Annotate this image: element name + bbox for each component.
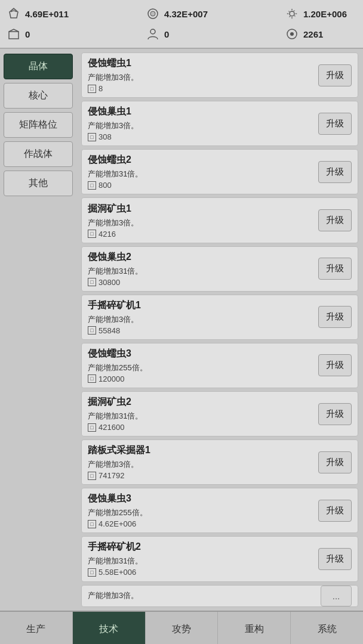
upgrade-item-9: 侵蚀巢虫3 产能增加255倍。 □ 4.62E+006 升级 — [81, 488, 358, 533]
upgrade-item-4: 侵蚀巢虫2 产能增加31倍。 □ 30800 升级 — [81, 246, 358, 292]
upgrade-item-0: 侵蚀蠕虫1 产能增加3倍。 □ 8 升级 — [81, 52, 358, 98]
gear-value: 1.20E+006 — [303, 9, 357, 19]
item-effect-10: 产能增加31倍。 □ 5.58E+006 — [88, 556, 313, 577]
item-info-5: 手摇碎矿机1 产能增加3倍。 □ 55848 — [88, 299, 313, 335]
stats-row-1: 4.69E+011 4.32E+007 1.20E+006 — [6, 4, 357, 24]
cost-value-1: 308 — [99, 132, 112, 141]
upgrade-item-5: 手摇碎矿机1 产能增加3倍。 □ 55848 升级 — [81, 295, 358, 340]
item-name-1: 侵蚀巢虫1 — [88, 106, 313, 118]
item-info-0: 侵蚀蠕虫1 产能增加3倍。 □ 8 — [88, 57, 313, 93]
item-name-8: 踏板式采掘器1 — [88, 444, 313, 457]
nav-attack[interactable]: 攻势 — [146, 612, 219, 644]
item-name-5: 手摇碎矿机1 — [88, 299, 313, 312]
cost-value-0: 8 — [99, 84, 103, 93]
stat-crystal: 4.69E+011 — [6, 6, 79, 21]
nav-tech[interactable]: 技术 — [73, 612, 146, 644]
sidebar-item-core[interactable]: 核心 — [4, 83, 73, 109]
item-info-7: 掘洞矿虫2 产能增加31倍。 □ 421600 — [88, 396, 313, 432]
upgrade-btn-8[interactable]: 升级 — [318, 451, 352, 473]
upgrade-btn-10[interactable]: 升级 — [318, 548, 352, 570]
item-cost-1: □ 308 — [88, 132, 313, 141]
gear-icon — [284, 6, 300, 21]
item-effect-text-3: 产能增加3倍。 — [88, 218, 313, 228]
upgrade-btn-3[interactable]: 升级 — [318, 209, 352, 231]
upgrade-btn-5[interactable]: 升级 — [318, 306, 352, 328]
partial-upgrade-btn[interactable]: ... — [321, 586, 352, 606]
stat-box: 0 — [6, 26, 79, 42]
crystal-value: 4.69E+011 — [25, 9, 79, 19]
sidebar-item-other[interactable]: 其他 — [4, 171, 73, 196]
nav-reconstruct[interactable]: 重构 — [218, 612, 291, 644]
upgrade-btn-6[interactable]: 升级 — [318, 354, 352, 376]
stats-row-2: 0 0 2261 — [6, 24, 357, 44]
item-cost-9: □ 4.62E+006 — [88, 519, 313, 528]
svg-point-4 — [290, 11, 294, 16]
target-value: 2261 — [303, 29, 357, 39]
cost-value-5: 55848 — [99, 326, 120, 335]
person-icon — [145, 26, 161, 42]
partial-effect-text: 产能增加3倍。 — [88, 590, 139, 601]
sidebar-item-matrix[interactable]: 矩阵格位 — [4, 112, 73, 138]
item-effect-text-7: 产能增加31倍。 — [88, 411, 313, 422]
item-cost-3: □ 4216 — [88, 230, 313, 239]
cost-value-4: 30800 — [99, 278, 120, 287]
box-icon — [6, 26, 21, 42]
item-info-3: 掘洞矿虫1 产能增加3倍。 □ 4216 — [88, 203, 313, 239]
gem-value: 4.32E+007 — [164, 9, 218, 19]
gem-icon — [145, 6, 161, 21]
cost-icon-1: □ — [88, 133, 96, 141]
upgrade-btn-7[interactable]: 升级 — [318, 403, 352, 425]
item-effect-text-0: 产能增加3倍。 — [88, 72, 313, 83]
item-name-4: 侵蚀巢虫2 — [88, 251, 313, 264]
item-cost-4: □ 30800 — [88, 278, 313, 287]
cost-value-3: 4216 — [99, 230, 116, 239]
stats-bar: 4.69E+011 4.32E+007 1.20E+006 — [0, 0, 363, 49]
item-info-1: 侵蚀巢虫1 产能增加3倍。 □ 308 — [88, 106, 313, 141]
cost-icon-5: □ — [88, 326, 96, 335]
cost-icon-7: □ — [88, 423, 96, 432]
item-effect-7: 产能增加31倍。 □ 421600 — [88, 411, 313, 432]
nav-production[interactable]: 生产 — [0, 612, 73, 644]
stat-target: 2261 — [284, 26, 357, 42]
item-info-6: 侵蚀蠕虫3 产能增加255倍。 □ 120000 — [88, 348, 313, 383]
stat-gem: 4.32E+007 — [145, 6, 218, 21]
upgrade-items-list: 侵蚀蠕虫1 产能增加3倍。 □ 8 升级 侵蚀巢虫1 产能增加3倍。 □ 308… — [76, 49, 363, 611]
cost-value-2: 800 — [99, 181, 112, 190]
cost-icon-0: □ — [88, 85, 96, 93]
person-value: 0 — [164, 29, 218, 39]
item-effect-3: 产能增加3倍。 □ 4216 — [88, 218, 313, 239]
item-effect-text-6: 产能增加255倍。 — [88, 363, 313, 373]
upgrade-item-10: 手摇碎矿机2 产能增加31倍。 □ 5.58E+006 升级 — [81, 536, 358, 581]
svg-point-6 — [150, 29, 155, 34]
item-effect-text-9: 产能增加255倍。 — [88, 507, 313, 518]
cost-icon-8: □ — [88, 472, 96, 480]
item-effect-8: 产能增加3倍。 □ 741792 — [88, 459, 313, 480]
item-info-4: 侵蚀巢虫2 产能增加31倍。 □ 30800 — [88, 251, 313, 287]
upgrade-item-2: 侵蚀蠕虫2 产能增加31倍。 □ 800 升级 — [81, 149, 358, 194]
upgrade-btn-1[interactable]: 升级 — [318, 113, 352, 135]
upgrade-btn-0[interactable]: 升级 — [318, 64, 352, 86]
item-info-2: 侵蚀蠕虫2 产能增加31倍。 □ 800 — [88, 154, 313, 190]
sidebar-item-combat[interactable]: 作战体 — [4, 141, 73, 167]
upgrade-btn-2[interactable]: 升级 — [318, 161, 352, 183]
upgrade-item-3: 掘洞矿虫1 产能增加3倍。 □ 4216 升级 — [81, 197, 358, 243]
item-cost-7: □ 421600 — [88, 423, 313, 432]
upgrade-btn-4[interactable]: 升级 — [318, 258, 352, 280]
upgrade-btn-9[interactable]: 升级 — [318, 500, 352, 522]
sidebar-item-crystal[interactable]: 晶体 — [4, 54, 73, 79]
item-name-6: 侵蚀蠕虫3 — [88, 348, 313, 360]
main-area: 晶体 核心 矩阵格位 作战体 其他 侵蚀蠕虫1 产能增加3倍。 □ 8 升级 侵… — [0, 49, 363, 611]
item-effect-4: 产能增加31倍。 □ 30800 — [88, 266, 313, 287]
item-info-9: 侵蚀巢虫3 产能增加255倍。 □ 4.62E+006 — [88, 493, 313, 528]
crystal-icon — [6, 6, 21, 21]
cost-icon-2: □ — [88, 181, 96, 190]
cost-icon-9: □ — [88, 520, 96, 528]
nav-system[interactable]: 系统 — [291, 612, 363, 644]
svg-rect-5 — [9, 32, 19, 39]
item-effect-1: 产能增加3倍。 □ 308 — [88, 120, 313, 141]
item-cost-0: □ 8 — [88, 84, 313, 93]
item-cost-8: □ 741792 — [88, 471, 313, 480]
box-value: 0 — [25, 29, 79, 39]
cost-icon-3: □ — [88, 230, 96, 238]
item-effect-text-10: 产能增加31倍。 — [88, 556, 313, 566]
